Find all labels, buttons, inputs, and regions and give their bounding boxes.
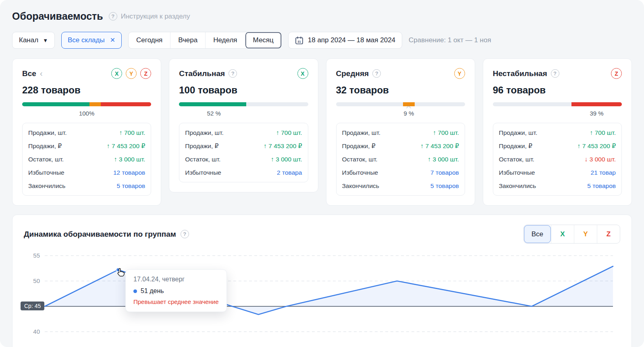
stat-label: Остаток, шт. (185, 156, 220, 163)
progress-percent-label: 52 % (207, 110, 221, 117)
chart-tab-Все[interactable]: Все (524, 225, 551, 243)
stat-row: Продажи, шт.↑ 700 шт. (185, 126, 302, 139)
badge-X: X (111, 68, 122, 79)
progress-percent-label: 100% (79, 110, 94, 117)
stat-value[interactable]: 21 товар (591, 169, 616, 176)
chart-tab-X[interactable]: X (551, 225, 574, 243)
tooltip-note: Превышает среднее значение (133, 298, 219, 305)
progress-segment-red (571, 102, 622, 106)
stat-value[interactable]: 12 товаров (113, 169, 145, 176)
card-help-icon[interactable]: ? (551, 69, 559, 78)
stat-label: Продажи, ₽ (342, 143, 376, 150)
chart-header: Динамика оборачиваемости по группам ? Вс… (24, 225, 620, 244)
card-head: Стабильная?X (179, 68, 308, 79)
section-help-link[interactable]: ? Инструкция к разделу (109, 12, 190, 21)
tooltip-caret-icon (406, 106, 411, 109)
chart-tab-Z[interactable]: Z (597, 225, 620, 243)
progress-bar (493, 102, 622, 106)
filters-toolbar: Канал ▼ Все склады ✕ СегодняВчераНеделяМ… (12, 32, 632, 49)
chart-body: 55504540 Ср: 45 17.04.24, четверг 51 ден… (24, 249, 620, 346)
stat-row: Продажи, шт.↑ 700 шт. (342, 126, 459, 139)
card-stats: Продажи, шт.↑ 700 шт.Продажи, ₽↑ 7 453 2… (179, 123, 308, 182)
chart-help-icon[interactable]: ? (181, 230, 189, 238)
card-count: 96 товаров (493, 85, 622, 96)
stat-row: Избыточные12 товаров (28, 166, 145, 179)
period-Месяц[interactable]: Месяц (245, 32, 281, 48)
progress-percent-label: 39 % (590, 110, 603, 117)
card-stats: Продажи, шт.↑ 700 шт.Продажи, ₽↑ 7 453 2… (493, 123, 622, 196)
stat-label: Продажи, шт. (185, 129, 223, 136)
stat-value: ↑ 7 453 200 ₽ (107, 143, 145, 150)
period-segmented-control: СегодняВчераНеделяМесяц (128, 32, 282, 49)
stat-row: Продажи, ₽↑ 7 453 200 ₽ (185, 139, 302, 153)
comparison-period-label: Сравнение: 1 окт — 1 ноя (409, 36, 491, 44)
stat-row: Избыточные2 товара (185, 166, 302, 179)
chart-tab-Y[interactable]: Y (574, 225, 597, 243)
page-title: Оборачиваемость (12, 10, 103, 22)
progress-segment-green (179, 102, 246, 106)
stat-value: ↑ 700 шт. (590, 129, 616, 136)
tooltip-value: 51 день (141, 287, 164, 295)
card-badges: Z (611, 68, 622, 79)
stat-row: Закончились5 товаров (499, 179, 616, 192)
calendar-icon: 31 (295, 36, 303, 45)
stat-value[interactable]: 7 товаров (430, 169, 459, 176)
stat-row: Остаток, шт.↓ 3 000 шт. (499, 153, 616, 166)
card-help-icon[interactable]: ? (372, 69, 381, 78)
card-stats: Продажи, шт.↑ 700 шт.Продажи, ₽↑ 7 453 2… (22, 123, 151, 196)
stat-label: Закончились (499, 182, 536, 190)
tooltip-date: 17.04.24, четверг (133, 276, 219, 283)
stat-value[interactable]: 2 товара (277, 169, 302, 176)
svg-text:40: 40 (33, 328, 40, 335)
period-Неделя[interactable]: Неделя (205, 32, 245, 48)
stat-value[interactable]: 5 товаров (587, 182, 616, 190)
date-range-label: 18 апр 2024 — 18 мая 2024 (308, 36, 395, 44)
stat-label: Продажи, шт. (28, 129, 66, 136)
date-range-picker[interactable]: 31 18 апр 2024 — 18 мая 2024 (288, 32, 402, 49)
chevron-left-icon[interactable]: ‹ (40, 69, 43, 77)
stat-label: Избыточные (185, 169, 221, 176)
period-Сегодня[interactable]: Сегодня (129, 32, 170, 48)
stat-row: Избыточные21 товар (499, 166, 616, 179)
stat-value[interactable]: 5 товаров (430, 182, 459, 190)
progress-segment-red (101, 102, 151, 106)
card-head: Средняя?Y (336, 68, 465, 79)
stat-row: Избыточные7 товаров (342, 166, 459, 179)
group-card-1: Стабильная?X100 товаров52 %Продажи, шт.↑… (169, 58, 318, 192)
stat-label: Остаток, шт. (499, 156, 534, 163)
stat-row: Продажи, шт.↑ 700 шт. (499, 126, 616, 139)
page-header: Оборачиваемость ? Инструкция к разделу (12, 10, 632, 22)
stat-label: Продажи, ₽ (28, 143, 62, 150)
stat-label: Продажи, ₽ (185, 143, 218, 150)
series-dot-icon (133, 289, 137, 293)
stat-label: Закончились (28, 182, 65, 190)
stat-row: Остаток, шт.↑ 3 000 шт. (342, 153, 459, 166)
close-icon[interactable]: ✕ (110, 37, 115, 43)
card-count: 32 товаров (336, 85, 465, 96)
stat-label: Остаток, шт. (342, 156, 378, 163)
group-card-0: Все‹XYZ228 товаров100%Продажи, шт.↑ 700 … (12, 58, 161, 206)
stat-row: Продажи, ₽↑ 7 453 200 ₽ (499, 139, 616, 153)
badge-Z: Z (140, 68, 151, 79)
card-title: Нестабильная (493, 69, 547, 78)
period-Вчера[interactable]: Вчера (170, 32, 205, 48)
progress-bar (22, 102, 151, 106)
card-help-icon[interactable]: ? (229, 69, 237, 78)
warehouse-filter-chip[interactable]: Все склады ✕ (61, 32, 122, 49)
channel-dropdown[interactable]: Канал ▼ (12, 32, 55, 49)
stat-value: ↑ 700 шт. (276, 129, 302, 136)
chart-tooltip: 17.04.24, четверг 51 день Превышает сред… (125, 269, 227, 312)
warehouse-chip-label: Все склады (68, 36, 105, 44)
svg-text:50: 50 (33, 277, 40, 284)
help-link-label: Инструкция к разделу (121, 12, 190, 21)
turnover-dynamics-card: Динамика оборачиваемости по группам ? Вс… (12, 215, 632, 347)
turnover-line-chart[interactable]: 55504540 (24, 249, 621, 346)
stat-value[interactable]: 5 товаров (117, 182, 145, 190)
turnover-page: Оборачиваемость ? Инструкция к разделу К… (0, 0, 644, 347)
progress-bar (179, 102, 308, 106)
card-badges: Y (454, 68, 465, 79)
progress-percent-label: 9 % (404, 110, 414, 117)
card-title: Стабильная (179, 69, 225, 78)
stat-label: Избыточные (28, 169, 64, 176)
badge-Z: Z (611, 68, 622, 79)
